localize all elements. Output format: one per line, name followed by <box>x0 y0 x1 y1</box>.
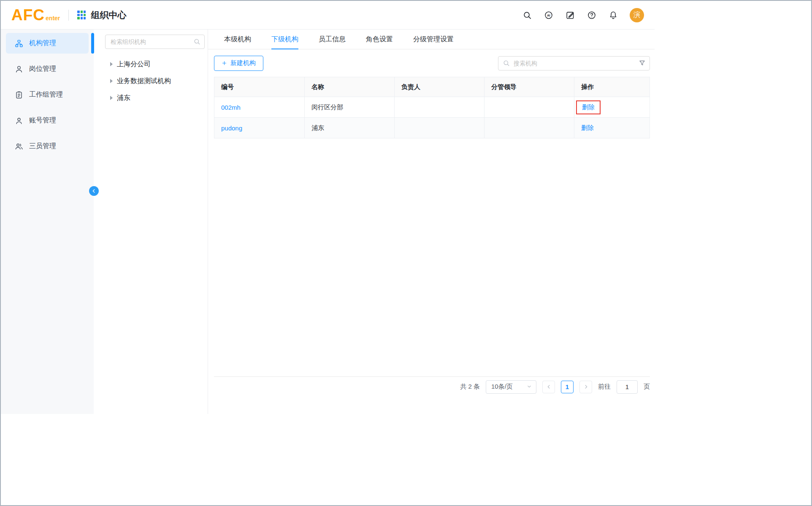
table-row: 002mh闵行区分部删除 <box>214 97 650 117</box>
sidebar-item-label: 机构管理 <box>29 39 56 48</box>
column-header: 操作 <box>574 77 650 97</box>
tree-node[interactable]: 浦东 <box>94 89 208 106</box>
page-size-value: 10条/页 <box>491 383 513 391</box>
org-tree-search <box>105 35 205 49</box>
org-code-link[interactable]: pudong <box>221 124 242 132</box>
table-empty-space <box>214 138 650 376</box>
tree-node-label: 浦东 <box>117 94 130 103</box>
logo-text: AFC <box>11 7 45 23</box>
org-owner-cell <box>395 118 484 138</box>
org-tree: 上海分公司业务数据测试机构浦东 <box>94 56 208 106</box>
delete-link[interactable]: 删除 <box>582 103 595 111</box>
delete-link[interactable]: 删除 <box>581 124 594 131</box>
body-row: 机构管理岗位管理工作组管理账号管理三员管理 上海分公司业务数据测试机构浦东 本级… <box>1 30 655 414</box>
prev-page-button[interactable] <box>542 381 555 393</box>
total-count: 共 2 条 <box>460 383 480 391</box>
sidebar-item-workgroup-management[interactable]: 工作组管理 <box>6 84 89 105</box>
screenshot-canvas: AFC enter 组织中心 AI <box>0 0 812 506</box>
page-size-select[interactable]: 10条/页 <box>486 380 536 394</box>
sidebar-nav: 机构管理岗位管理工作组管理账号管理三员管理 <box>1 30 94 414</box>
avatar-text: 演 <box>633 11 640 19</box>
tree-node[interactable]: 上海分公司 <box>94 56 208 73</box>
caret-right-icon[interactable] <box>110 62 113 66</box>
caret-right-icon[interactable] <box>110 79 113 83</box>
action-wrap: 删除 <box>581 124 594 132</box>
sidebar-item-org-management[interactable]: 机构管理 <box>6 33 89 54</box>
users-icon <box>15 142 23 151</box>
header-actions: AI 演 <box>522 8 644 22</box>
new-org-button-label: 新建机构 <box>230 59 256 67</box>
sidebar-item-account-management[interactable]: 账号管理 <box>6 110 89 131</box>
next-page-button[interactable] <box>579 381 592 393</box>
search-icon <box>503 60 510 67</box>
sitemap-icon <box>15 39 23 48</box>
search-icon[interactable] <box>522 10 532 20</box>
person-icon <box>15 116 23 125</box>
table-search <box>498 56 650 70</box>
table-header: 编号名称负责人分管领导操作 <box>214 77 650 97</box>
apps-grid-icon[interactable] <box>77 11 86 19</box>
org-leader-cell <box>484 118 574 138</box>
org-code-link[interactable]: 002mh <box>221 104 241 111</box>
header-divider <box>68 10 69 21</box>
top-header: AFC enter 组织中心 AI <box>1 1 655 30</box>
app-window: AFC enter 组织中心 AI <box>1 1 655 414</box>
clipboard-icon <box>15 91 23 99</box>
sidebar-item-label: 岗位管理 <box>29 65 56 73</box>
sidebar-item-position-management[interactable]: 岗位管理 <box>6 59 89 79</box>
afcenter-logo[interactable]: AFC enter <box>11 7 60 23</box>
help-icon[interactable] <box>587 10 597 20</box>
table-body: 002mh闵行区分部删除pudong浦东删除 <box>214 97 650 138</box>
search-icon <box>193 38 200 45</box>
tab-sub-org[interactable]: 下级机构 <box>271 30 298 49</box>
sidebar-item-label: 三员管理 <box>29 142 56 151</box>
org-leader-cell <box>484 97 574 117</box>
user-avatar[interactable]: 演 <box>630 8 644 22</box>
tab-current-org[interactable]: 本级机构 <box>224 30 251 49</box>
org-table: 编号名称负责人分管领导操作 002mh闵行区分部删除pudong浦东删除 <box>214 77 650 138</box>
table-zone: 编号名称负责人分管领导操作 002mh闵行区分部删除pudong浦东删除 共 2… <box>214 77 650 397</box>
plus-icon <box>222 60 227 66</box>
sidebar-item-label: 工作组管理 <box>29 90 63 99</box>
compose-icon[interactable] <box>565 10 575 20</box>
main-content: 本级机构下级机构员工信息角色设置分级管理设置 新建机构 <box>208 30 655 414</box>
svg-text:AI: AI <box>547 13 550 17</box>
toolbar: 新建机构 <box>208 49 655 77</box>
tab-role-settings[interactable]: 角色设置 <box>366 30 393 49</box>
tab-level-settings[interactable]: 分级管理设置 <box>413 30 454 49</box>
annotation-highlight: 删除 <box>576 100 601 114</box>
ai-assistant-icon[interactable]: AI <box>544 10 554 20</box>
tree-node[interactable]: 业务数据测试机构 <box>94 73 208 89</box>
column-header: 名称 <box>305 77 395 97</box>
sidebar-item-label: 账号管理 <box>29 116 56 125</box>
collapse-panel-button[interactable] <box>89 186 99 196</box>
new-org-button[interactable]: 新建机构 <box>214 56 263 71</box>
tree-node-label: 上海分公司 <box>117 60 151 69</box>
sidebar-menu: 机构管理岗位管理工作组管理账号管理三员管理 <box>1 33 94 157</box>
org-tree-panel: 上海分公司业务数据测试机构浦东 <box>94 30 208 414</box>
filter-funnel-icon[interactable] <box>639 60 646 67</box>
page-title: 组织中心 <box>91 9 126 21</box>
table-row: pudong浦东删除 <box>214 117 650 138</box>
user-icon <box>15 65 23 73</box>
org-name-cell: 闵行区分部 <box>305 97 395 117</box>
org-table-search-input[interactable] <box>498 56 650 70</box>
org-search-input[interactable] <box>105 35 205 49</box>
page-number-button[interactable]: 1 <box>561 381 574 393</box>
active-menu-indicator <box>91 33 94 54</box>
goto-label: 前往 <box>598 383 611 391</box>
pagination-bar: 共 2 条 10条/页 1 <box>214 376 650 397</box>
chevron-down-icon <box>527 383 532 390</box>
notification-bell-icon[interactable] <box>608 10 618 20</box>
tab-staff-info[interactable]: 员工信息 <box>319 30 346 49</box>
tab-bar: 本级机构下级机构员工信息角色设置分级管理设置 <box>208 30 655 49</box>
logo-subtext: enter <box>46 15 60 22</box>
caret-right-icon[interactable] <box>110 96 113 100</box>
column-header: 分管领导 <box>484 77 574 97</box>
org-name-cell: 浦东 <box>305 118 395 138</box>
goto-page-input[interactable] <box>617 380 638 394</box>
tree-node-label: 业务数据测试机构 <box>117 77 171 86</box>
column-header: 负责人 <box>395 77 484 97</box>
org-owner-cell <box>395 97 484 117</box>
sidebar-item-admin-management[interactable]: 三员管理 <box>6 136 89 157</box>
